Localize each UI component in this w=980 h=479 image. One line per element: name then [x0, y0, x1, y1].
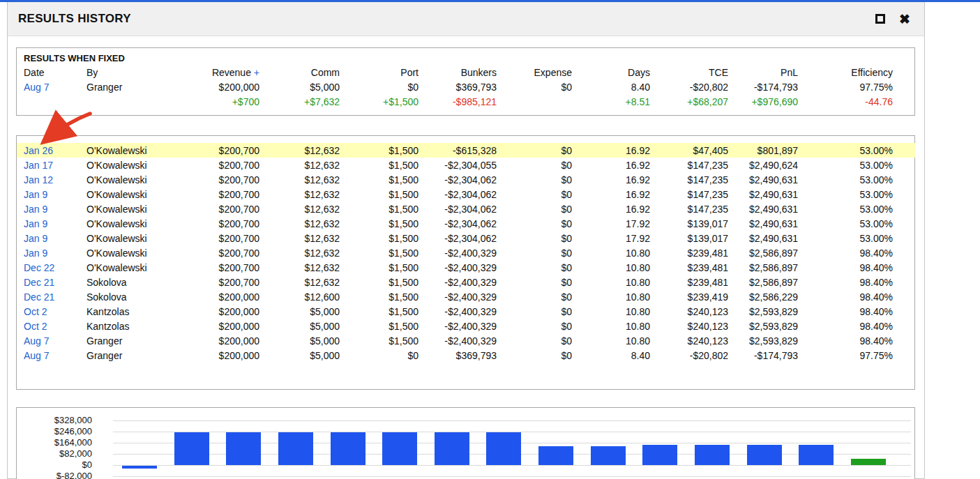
value-cell: 98.40%	[808, 289, 915, 304]
value-cell: 10.80	[582, 333, 660, 348]
value-cell: $2,586,897	[738, 260, 808, 275]
value-cell: -$2,400,329	[428, 260, 506, 275]
value-cell: 16.92	[582, 143, 660, 158]
chart-gridline	[113, 465, 911, 466]
value-cell: 53.00%	[808, 202, 915, 216]
value-cell: $200,000	[191, 348, 269, 363]
chart-bar	[799, 445, 834, 465]
value-cell: -44.76	[808, 94, 915, 109]
value-cell: 98.40%	[808, 275, 915, 289]
history-row[interactable]: Jan 9O'Kowalewski$200,700$12,632$1,500-$…	[17, 216, 915, 231]
value-cell: $2,490,631	[738, 172, 808, 187]
history-row[interactable]: Jan 26O'Kowalewski$200,700$12,632$1,500-…	[17, 143, 915, 158]
history-row[interactable]: Aug 7Granger$200,000$5,000$0$369,793$08.…	[17, 348, 915, 363]
history-row[interactable]: Dec 21Sokolova$200,000$12,600$1,500-$2,4…	[17, 289, 915, 304]
col-header-comm: Comm	[269, 65, 349, 79]
value-cell: 98.40%	[808, 333, 915, 348]
history-row[interactable]: Jan 9O'Kowalewski$200,700$12,632$1,500-$…	[17, 231, 915, 245]
maximize-button[interactable]	[874, 13, 887, 25]
value-cell: 16.92	[582, 158, 660, 172]
history-row[interactable]: Oct 2Kantzolas$200,000$5,000$1,500-$2,40…	[17, 304, 915, 319]
value-cell: $240,123	[660, 333, 738, 348]
history-row[interactable]: Jan 12O'Kowalewski$200,700$12,632$1,500-…	[17, 172, 915, 187]
maximize-icon	[875, 14, 885, 24]
value-cell: $0	[349, 348, 428, 363]
value-cell: $239,419	[660, 289, 738, 304]
value-cell: $240,123	[660, 304, 738, 319]
history-row[interactable]: Aug 7Granger$200,000$5,000$1,500-$2,400,…	[17, 333, 915, 348]
value-cell: $147,235	[660, 172, 738, 187]
value-cell: $2,586,897	[738, 245, 808, 260]
history-row[interactable]: Jan 9O'Kowalewski$200,700$12,632$1,500-$…	[17, 187, 915, 202]
chart-bar	[747, 445, 782, 465]
date-link[interactable]: Jan 9	[24, 204, 47, 215]
value-cell: -$2,304,062	[428, 172, 506, 187]
value-cell: $200,000	[191, 79, 269, 94]
value-cell: $1,500	[349, 289, 428, 304]
value-cell: $200,700	[191, 275, 269, 289]
history-row[interactable]: Jan 9O'Kowalewski$200,700$12,632$1,500-$…	[17, 202, 915, 216]
value-cell: 10.80	[582, 260, 660, 275]
value-cell: 8.40	[582, 79, 660, 94]
chart-y-tick-label: $82,000	[17, 448, 92, 459]
value-cell: $12,632	[269, 216, 349, 231]
col-header-pnl: PnL	[738, 65, 808, 79]
date-link[interactable]: Oct 2	[24, 321, 47, 332]
date-link[interactable]: Dec 21	[24, 277, 54, 288]
date-cell: Jan 12	[17, 172, 80, 187]
value-cell: 98.40%	[808, 260, 915, 275]
date-link[interactable]: Jan 9	[24, 218, 47, 229]
col-header-revenue[interactable]: Revenue +	[191, 65, 269, 79]
by-cell: Kantzolas	[80, 304, 191, 319]
results-when-fixed-table: DateByRevenue +CommPortBunkersExpenseDay…	[17, 65, 915, 109]
date-link[interactable]: Aug 7	[24, 335, 50, 347]
value-cell: $47,405	[660, 143, 738, 158]
value-cell: $1,500	[349, 304, 428, 319]
value-cell: $200,700	[191, 260, 269, 275]
by-cell: Sokolova	[80, 289, 191, 304]
value-cell: $12,632	[269, 158, 349, 172]
history-row[interactable]: Jan 17O'Kowalewski$200,700$12,632$1,500-…	[17, 158, 915, 172]
history-row[interactable]: Dec 22O'Kowalewski$200,700$12,632$1,500-…	[17, 260, 915, 275]
value-cell: $0	[506, 202, 582, 216]
date-link[interactable]: Jan 26	[24, 145, 53, 156]
value-cell: $1,500	[349, 231, 428, 245]
value-cell: $0	[506, 275, 582, 289]
sort-indicator[interactable]: +	[251, 67, 259, 78]
value-cell: 98.40%	[808, 304, 915, 319]
date-link[interactable]: Jan 12	[24, 174, 53, 185]
value-cell: $239,481	[660, 245, 738, 260]
date-link[interactable]: Aug 7	[24, 82, 50, 93]
date-link[interactable]: Oct 2	[24, 306, 47, 317]
value-cell: $139,017	[660, 231, 738, 245]
chart-y-tick-label: $328,000	[17, 415, 92, 426]
value-cell: 53.00%	[808, 158, 915, 172]
chart-panel: $328,000$246,000$164,000$82,000$0$-82,00…	[16, 407, 915, 479]
col-header-expense: Expense	[506, 65, 582, 79]
value-cell: $12,632	[269, 187, 349, 202]
date-link[interactable]: Dec 21	[24, 291, 54, 303]
value-cell: $1,500	[349, 333, 428, 348]
value-cell: $5,000	[269, 79, 349, 94]
history-row[interactable]: Oct 2Kantzolas$200,000$5,000$1,500-$2,40…	[17, 319, 915, 333]
value-cell: $200,700	[191, 143, 269, 158]
col-header-port: Port	[349, 65, 428, 79]
date-link[interactable]: Jan 9	[24, 248, 47, 259]
value-cell: $801,897	[738, 143, 808, 158]
value-cell: $200,000	[191, 304, 269, 319]
value-cell: 10.80	[582, 289, 660, 304]
col-header-bunkers: Bunkers	[428, 65, 506, 79]
date-link[interactable]: Jan 9	[24, 233, 47, 244]
date-link[interactable]: Aug 7	[24, 350, 50, 361]
by-cell: O'Kowalewski	[80, 231, 191, 245]
history-row[interactable]: Dec 21Sokolova$200,700$12,632$1,500-$2,4…	[17, 275, 915, 289]
history-row[interactable]: Jan 9O'Kowalewski$200,700$12,632$1,500-$…	[17, 245, 915, 260]
date-link[interactable]: Dec 22	[24, 262, 54, 273]
close-button[interactable]: ✖	[898, 11, 912, 27]
value-cell: $200,700	[191, 158, 269, 172]
page-accent-bar	[0, 0, 980, 2]
date-link[interactable]: Jan 9	[24, 189, 47, 200]
value-cell: 16.92	[582, 187, 660, 202]
date-link[interactable]: Jan 17	[24, 160, 53, 171]
value-cell: $239,481	[660, 275, 738, 289]
